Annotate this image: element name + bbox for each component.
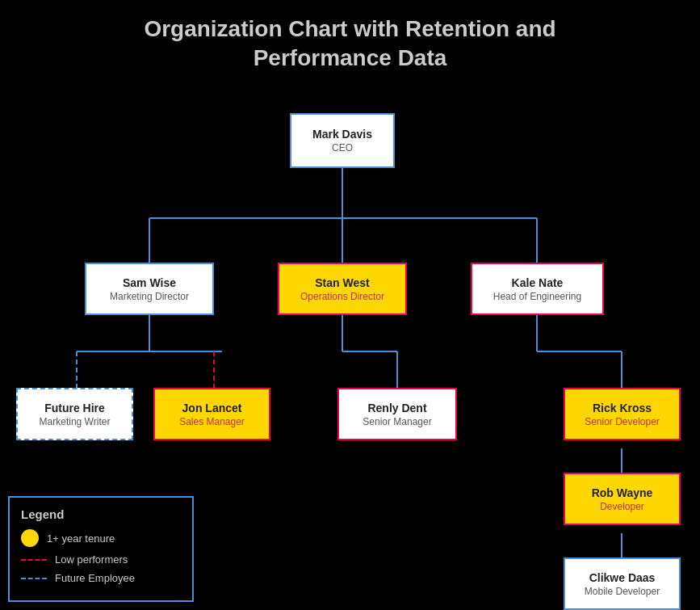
node-kale: Kale Nate Head of Engineering xyxy=(471,263,604,315)
legend-tenure-label: 1+ year tenure xyxy=(47,532,115,545)
legend-low-label: Low performers xyxy=(55,553,128,566)
node-rob: Rob Wayne Developer xyxy=(564,473,681,525)
legend-future-label: Future Employee xyxy=(55,572,135,584)
node-future: Future Hire Marketing Writer xyxy=(16,388,133,440)
chart-title: Organization Chart with Retention and Pe… xyxy=(0,0,700,74)
legend-dot-icon xyxy=(21,529,39,547)
node-jon: Jon Lancet Sales Manager xyxy=(153,388,270,440)
legend-title: Legend xyxy=(21,507,181,521)
legend-item-tenure: 1+ year tenure xyxy=(21,529,181,547)
node-rick: Rick Kross Senior Developer xyxy=(564,388,681,440)
node-sam: Sam Wise Marketing Director xyxy=(85,263,214,315)
node-mark: Mark Davis CEO xyxy=(290,113,395,168)
node-clikwe: Clikwe Daas Mobile Developer xyxy=(564,557,681,610)
legend-item-future: Future Employee xyxy=(21,572,181,584)
legend: Legend 1+ year tenure Low performers Fut… xyxy=(8,496,194,602)
legend-item-low: Low performers xyxy=(21,553,181,566)
legend-dash-pink-icon xyxy=(21,559,47,561)
node-renly: Renly Dent Senior Manager xyxy=(337,388,457,440)
node-stan: Stan West Operations Director xyxy=(278,263,407,315)
legend-dash-blue-icon xyxy=(21,578,47,579)
